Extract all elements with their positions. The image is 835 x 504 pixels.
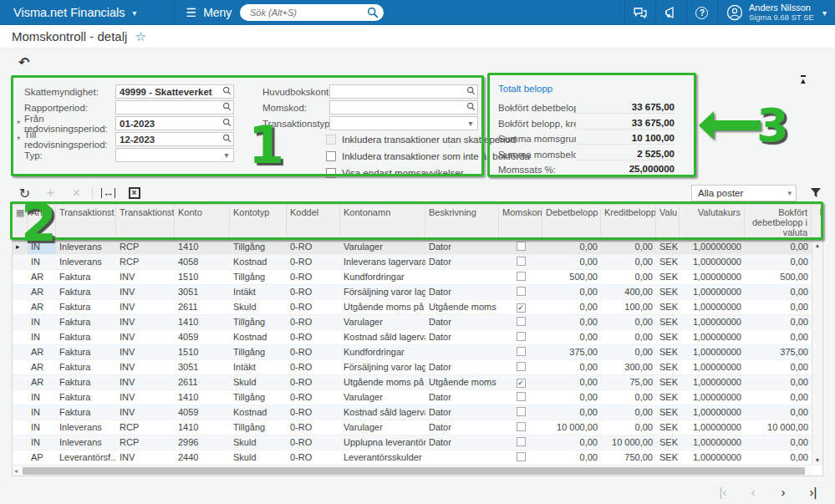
table-row[interactable]: INFakturaINV1410Tillgång0-ROVarulagerDat…: [13, 390, 822, 405]
column-header-kontonamn[interactable]: Kontonamn: [340, 205, 425, 239]
column-header-transaktionst[interactable]: Transaktionst: [116, 205, 175, 239]
scroll-up-icon[interactable]: ▲: [815, 242, 821, 248]
lookup-magnifier-icon[interactable]: [464, 102, 477, 113]
first-page-button[interactable]: |‹: [715, 483, 731, 500]
user-menu[interactable]: Anders Nilsson Sigma 9.68 ST SE: [717, 0, 821, 25]
momskontroll-checkbox[interactable]: [517, 437, 526, 446]
table-row[interactable]: INInleveransRCP1410Tillgång0-ROVarulager…: [13, 420, 822, 435]
column-header-momskon[interactable]: Momskon: [499, 205, 542, 239]
momskod-input[interactable]: [330, 103, 464, 113]
transaktionstyp-field[interactable]: ▾: [329, 116, 478, 130]
typ-input[interactable]: [116, 150, 220, 160]
momskontroll-checkbox[interactable]: [517, 287, 526, 296]
fr-n-redovisningsperiod-input[interactable]: [116, 119, 220, 129]
momskontroll-checkbox[interactable]: ✓: [517, 303, 526, 313]
horizontal-scrollbar[interactable]: ◂: [13, 465, 812, 476]
momskontroll-checkbox[interactable]: [517, 362, 526, 371]
app-menu-button[interactable]: Visma.net Financials ▾: [0, 0, 150, 25]
search-input[interactable]: [248, 7, 367, 18]
column-header-kre[interactable]: kre: [812, 205, 823, 239]
lookup-magnifier-icon[interactable]: [464, 86, 477, 97]
filter-form-left: Skattemyndighet:Rapportperiod:*Från redo…: [17, 84, 234, 163]
prev-page-button[interactable]: ‹: [745, 483, 761, 500]
undo-icon[interactable]: ↶: [18, 54, 29, 70]
momskontroll-checkbox[interactable]: [517, 392, 526, 401]
column-header-kontotyp[interactable]: Kontotyp: [230, 205, 287, 239]
table-row[interactable]: ARFakturaINV3051Intäkt0-ROFörsäljning va…: [13, 285, 822, 300]
horizontal-scroll-thumb[interactable]: [23, 467, 805, 475]
table-row[interactable]: INFakturaINV4059Kostnad0-ROKostnad såld …: [13, 330, 822, 345]
column-header-valutakurs[interactable]: Valutakurs: [680, 205, 745, 239]
momskontroll-checkbox[interactable]: ✓: [517, 379, 526, 388]
skattemyndighet-field[interactable]: [115, 84, 234, 99]
refresh-button[interactable]: ↻: [12, 186, 38, 201]
dropdown-caret-icon[interactable]: ▾: [464, 120, 477, 128]
help-button[interactable]: ?: [686, 0, 717, 25]
table-row[interactable]: ARFakturaINV1510Tillgång0-ROKundfordring…: [13, 270, 822, 285]
momskontroll-checkbox[interactable]: [517, 242, 526, 251]
export-excel-button[interactable]: ×: [121, 187, 147, 199]
delete-row-button[interactable]: ×: [64, 186, 89, 201]
fit-width-button[interactable]: ↔: [95, 188, 121, 198]
momskontroll-checkbox[interactable]: [517, 257, 526, 266]
column-header-valu[interactable]: Valu: [656, 205, 680, 239]
table-row[interactable]: INInleveransRCP2996Skuld0-ROUpplupna lev…: [13, 435, 822, 451]
user-chevron-down-icon[interactable]: ▾: [821, 8, 835, 18]
huvudbokskontonr-field[interactable]: [329, 84, 478, 99]
lookup-magnifier-icon[interactable]: [220, 118, 233, 129]
last-page-button[interactable]: ›|: [805, 483, 822, 500]
column-header-beskrivning[interactable]: Beskrivning: [425, 205, 499, 239]
add-row-button[interactable]: +: [38, 186, 64, 201]
column-header-transaktionst[interactable]: Transaktionst: [56, 205, 116, 239]
momskontroll-checkbox[interactable]: [517, 317, 526, 326]
dropdown-caret-icon[interactable]: ▾: [220, 151, 233, 160]
momskod-field[interactable]: [329, 100, 478, 115]
column-header-bokf-rt-debetbelopp-i-valuta[interactable]: Bokfört debetbelopp i valuta: [745, 205, 812, 239]
column-header-koddel[interactable]: Koddel: [287, 205, 340, 239]
table-row[interactable]: INInleveransRCP4058Kostnad0-ROInleverans…: [13, 255, 822, 270]
till-redovisningsperiod-input[interactable]: [116, 135, 220, 145]
rapportperiod-field[interactable]: [115, 100, 234, 115]
table-row[interactable]: ▸INInleveransRCP1410Tillgång0-ROVarulage…: [13, 240, 822, 255]
table-row[interactable]: INFakturaINV1410Tillgång0-ROVarulagerDat…: [13, 315, 822, 330]
vertical-scrollbar[interactable]: ▲ ▼: [812, 241, 822, 465]
scroll-down-icon[interactable]: ▼: [815, 457, 821, 463]
skattemyndighet-input[interactable]: [116, 87, 220, 97]
huvudbokskontonr-input[interactable]: [330, 87, 464, 97]
momskontroll-checkbox[interactable]: [517, 332, 526, 341]
typ-field[interactable]: ▾: [115, 148, 234, 162]
scroll-left-icon[interactable]: ◂: [14, 467, 18, 475]
lookup-magnifier-icon[interactable]: [220, 102, 233, 113]
table-row[interactable]: ARFakturaINV2611Skuld0-ROUtgående moms p…: [13, 300, 822, 315]
table-row[interactable]: ARFakturaINV1510Tillgång0-ROKundfordring…: [13, 345, 822, 360]
column-header-debetbelopp[interactable]: Debetbelopp: [542, 205, 601, 239]
filter-settings-button[interactable]: [810, 186, 822, 201]
till-redovisningsperiod-field[interactable]: [115, 132, 234, 146]
table-row[interactable]: ARFakturaINV3051Intäkt0-ROFörsäljning va…: [13, 360, 822, 375]
momskontroll-checkbox[interactable]: [517, 407, 526, 416]
transaktionstyp-input[interactable]: [330, 119, 464, 129]
table-row[interactable]: APLeverantörsf...INV2440Skuld0-ROLeveran…: [13, 451, 822, 466]
table-row[interactable]: INFakturaINV4059Kostnad0-ROKostnad såld …: [13, 405, 822, 420]
favorite-star-icon[interactable]: ☆: [135, 29, 145, 44]
momskontroll-checkbox[interactable]: [517, 347, 526, 356]
records-filter-select[interactable]: Alla poster ▾: [691, 185, 797, 201]
main-menu-button[interactable]: ☰ Meny: [174, 0, 245, 25]
lookup-magnifier-icon[interactable]: [220, 86, 233, 97]
column-header-konto[interactable]: Konto: [175, 205, 230, 239]
search-icon[interactable]: [367, 7, 379, 18]
fr-n-redovisningsperiod-field[interactable]: [115, 116, 234, 130]
momskontroll-checkbox[interactable]: [517, 452, 526, 461]
column-header-art[interactable]: Art: [28, 205, 56, 239]
momskontroll-checkbox[interactable]: [517, 422, 526, 431]
column-header-kreditbelopp[interactable]: Kreditbelopp: [601, 205, 656, 239]
momskontroll-checkbox[interactable]: [517, 272, 526, 281]
lookup-magnifier-icon[interactable]: [220, 134, 233, 145]
rapportperiod-input[interactable]: [116, 103, 220, 113]
messages-button[interactable]: [624, 0, 655, 25]
column-config-header[interactable]: ▦: [13, 205, 28, 239]
announcements-button[interactable]: [655, 0, 686, 25]
collapse-panel-icon[interactable]: ▴: [801, 75, 806, 84]
table-row[interactable]: ARFakturaINV2611Skuld0-ROUtgående moms p…: [13, 375, 822, 390]
next-page-button[interactable]: ›: [775, 483, 792, 500]
